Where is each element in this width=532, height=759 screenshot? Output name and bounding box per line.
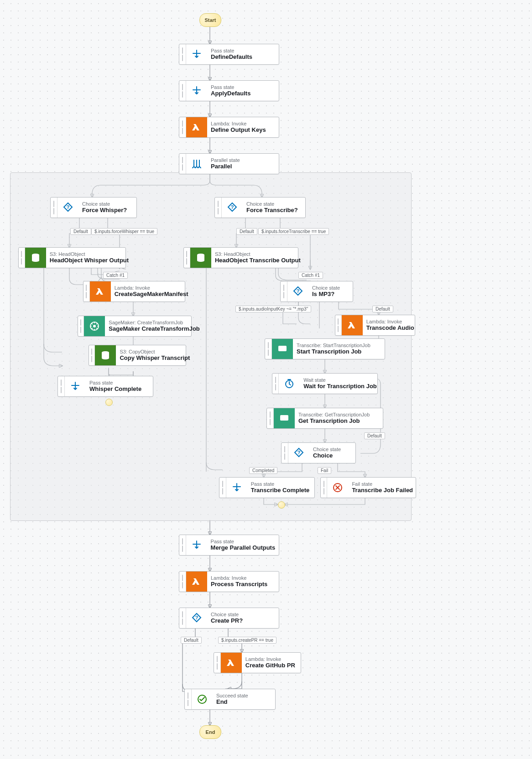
edge-label-transcribe-catch: Catch #1	[298, 272, 323, 279]
node-head-transcribe[interactable]: S3: HeadObjectHeadObject Transcribe Outp…	[183, 247, 298, 268]
node-name: ApplyDefaults	[211, 90, 250, 97]
choice-icon	[222, 198, 243, 218]
node-merge-parallel[interactable]: Pass stateMerge Parallel Outputs	[179, 535, 279, 556]
drag-handle[interactable]	[272, 374, 279, 394]
node-type: S3: CopyObject	[120, 349, 179, 354]
node-type: SageMaker: CreateTransformJob	[109, 320, 185, 325]
drag-handle[interactable]	[215, 198, 222, 218]
node-type: Lambda: Invoke	[115, 285, 178, 291]
drag-handle[interactable]	[184, 248, 190, 268]
drag-handle[interactable]	[179, 535, 186, 555]
node-force-whisper[interactable]: Choice stateForce Whisper?	[50, 197, 137, 218]
node-name: Wait for Transcription Job	[303, 383, 371, 390]
pass-icon	[65, 376, 86, 396]
drag-handle[interactable]	[281, 281, 287, 302]
succeed-icon	[192, 689, 213, 709]
node-name: CreateSageMakerManifest	[115, 291, 178, 298]
node-name: Copy Whisper Transcript	[120, 355, 179, 362]
node-get-transcribe[interactable]: Transcribe: GetTranscriptionJobGet Trans…	[266, 408, 383, 429]
drag-handle[interactable]	[265, 339, 272, 359]
transcribe-icon	[272, 339, 293, 359]
node-name: Process Transcripts	[211, 581, 267, 588]
node-name: Transcode Audio	[366, 325, 408, 332]
node-create-github-pr[interactable]: Lambda: InvokeCreate GitHub PR	[214, 652, 301, 673]
drag-handle[interactable]	[282, 443, 288, 463]
node-apply-defaults[interactable]: Pass stateApplyDefaults	[179, 80, 279, 101]
node-transcribe-complete[interactable]: Pass stateTranscribe Complete	[219, 477, 315, 498]
sagemaker-icon	[84, 316, 105, 336]
drag-handle[interactable]	[179, 81, 186, 101]
drag-handle[interactable]	[179, 608, 186, 628]
node-name: Create GitHub PR	[245, 662, 294, 669]
node-type: Choice state	[312, 285, 340, 291]
drag-handle[interactable]	[214, 653, 221, 673]
end-label: End	[206, 729, 215, 735]
s3-icon	[95, 345, 116, 365]
node-transcribe-failed[interactable]: Fail stateTranscribe Job Failed	[320, 477, 416, 498]
node-wait-transcribe[interactable]: Wait stateWait for Transcription Job	[272, 373, 378, 394]
node-name: Start Transcription Job	[297, 348, 370, 355]
node-type: Lambda: Invoke	[211, 575, 267, 581]
drag-handle[interactable]	[51, 198, 57, 218]
node-name: Transcribe Complete	[251, 487, 308, 494]
parallel-icon	[186, 154, 207, 174]
node-name: Define Output Keys	[211, 127, 266, 134]
drag-handle[interactable]	[89, 345, 95, 365]
lambda-icon	[342, 315, 363, 335]
node-transcode-audio[interactable]: Lambda: InvokeTranscode Audio	[335, 315, 415, 336]
lambda-icon	[186, 117, 207, 137]
drag-handle[interactable]	[335, 315, 342, 335]
node-create-manifest[interactable]: Lambda: InvokeCreateSageMakerManifest	[83, 281, 185, 302]
fail-icon	[327, 478, 348, 498]
node-is-mp3[interactable]: Choice stateIs MP3?	[280, 281, 353, 302]
edge-label-whisper-catch: Catch #1	[103, 272, 128, 279]
drag-handle[interactable]	[219, 478, 226, 498]
lambda-icon	[186, 572, 207, 592]
node-type: Choice state	[82, 201, 127, 207]
drag-handle[interactable]	[19, 248, 25, 268]
node-type: Lambda: Invoke	[366, 319, 408, 324]
node-copy-whisper[interactable]: S3: CopyObjectCopy Whisper Transcript	[89, 345, 186, 366]
drag-handle[interactable]	[83, 281, 90, 302]
drag-handle[interactable]	[179, 572, 186, 592]
node-sm-create-job[interactable]: SageMaker: CreateTransformJobSageMaker C…	[78, 316, 192, 337]
node-start-transcribe[interactable]: Transcribe: StartTranscriptionJobStart T…	[265, 338, 385, 359]
lambda-icon	[221, 653, 242, 673]
node-type: Pass state	[89, 380, 141, 385]
node-type: Choice state	[211, 612, 243, 617]
node-name: Parallel	[211, 163, 240, 170]
node-type: Fail state	[352, 481, 409, 487]
node-name: End	[216, 699, 248, 706]
node-parallel[interactable]: Parallel stateParallel	[179, 153, 279, 174]
transcribe-icon	[274, 408, 295, 428]
node-name: Force Whisper?	[82, 207, 127, 214]
drag-handle[interactable]	[179, 154, 186, 174]
node-name: HeadObject Whisper Output	[50, 257, 119, 264]
node-type: Pass state	[211, 539, 272, 544]
node-whisper-complete[interactable]: Pass stateWhisper Complete	[57, 376, 153, 397]
node-name: Is MP3?	[312, 291, 340, 298]
drag-handle[interactable]	[78, 316, 84, 336]
node-name: Merge Parallel Outputs	[211, 545, 272, 551]
drag-handle[interactable]	[321, 478, 327, 498]
choice-icon	[186, 608, 207, 628]
edge-label-createpr-default: Default	[181, 637, 202, 644]
choice-icon	[57, 198, 78, 218]
drag-handle[interactable]	[179, 117, 186, 137]
node-head-whisper[interactable]: S3: HeadObjectHeadObject Whisper Output	[18, 247, 126, 268]
edge-label-whisper-force: $.inputs.forceWhisper == true	[91, 228, 157, 235]
pass-icon	[186, 81, 207, 101]
node-process-transcripts[interactable]: Lambda: InvokeProcess Transcripts	[179, 571, 279, 592]
drag-handle[interactable]	[58, 376, 65, 396]
node-choice[interactable]: Choice stateChoice	[281, 442, 356, 463]
start-terminal[interactable]: Start	[199, 13, 221, 27]
node-define-defaults[interactable]: Pass stateDefineDefaults	[179, 44, 279, 65]
end-terminal[interactable]: End	[199, 725, 221, 739]
drag-handle[interactable]	[179, 44, 186, 64]
node-succeed-end[interactable]: Succeed stateEnd	[184, 689, 276, 710]
node-create-pr-q[interactable]: Choice stateCreate PR?	[179, 608, 279, 629]
node-define-output-keys[interactable]: Lambda: InvokeDefine Output Keys	[179, 117, 279, 138]
node-force-transcribe[interactable]: Choice stateForce Transcribe?	[214, 197, 306, 218]
drag-handle[interactable]	[185, 689, 192, 709]
drag-handle[interactable]	[267, 408, 274, 428]
